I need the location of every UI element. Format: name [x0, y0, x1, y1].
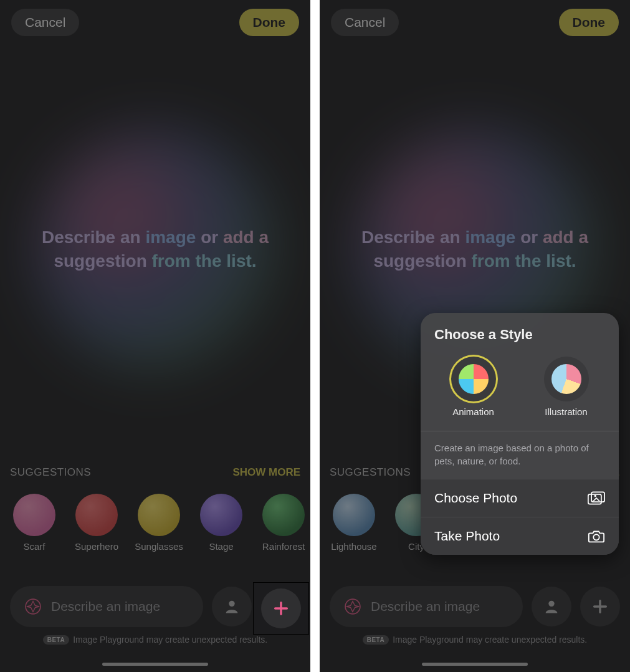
suggestion-chip[interactable]: Scarf	[10, 494, 59, 552]
style-options: Animation Illustration	[421, 352, 619, 428]
suggestion-chip[interactable]: Superhero	[72, 494, 121, 552]
suggestions-row[interactable]: Scarf Superhero Sunglasses Stage Rainfor…	[10, 494, 310, 552]
suggestion-chip[interactable]: Rainforest	[259, 494, 308, 552]
canvas-hint: Describe an image or add a suggestion fr…	[42, 226, 269, 273]
prompt-placeholder: Describe an image	[371, 599, 480, 614]
popover-actions: Choose Photo Take Photo	[421, 479, 619, 555]
screenshot-left: Cancel Done Describe an image or add a s…	[0, 0, 310, 672]
home-indicator[interactable]	[422, 663, 528, 666]
sparkle-icon	[342, 596, 363, 617]
person-button[interactable]	[212, 587, 252, 626]
style-popover: Choose a Style Animation Illustration Cr…	[421, 313, 619, 555]
chip-thumb	[75, 494, 118, 536]
style-thumb	[451, 357, 496, 401]
beta-badge: BETA	[43, 635, 69, 645]
footer-note: BETA Image Playground may create unexpec…	[320, 635, 630, 645]
chip-thumb	[13, 494, 55, 536]
footer-note: BETA Image Playground may create unexpec…	[0, 635, 310, 645]
popover-description: Create an image based on a photo of pets…	[421, 431, 619, 479]
beta-badge: BETA	[363, 635, 389, 645]
suggestion-chip[interactable]: Sunglasses	[135, 494, 183, 552]
add-button-highlighted[interactable]	[261, 588, 301, 628]
chip-thumb	[200, 494, 242, 536]
style-option-illustration[interactable]: Illustration	[544, 357, 589, 417]
prompt-input[interactable]: Describe an image	[10, 586, 203, 627]
canvas-hint: Describe an image or add a suggestion fr…	[361, 226, 588, 273]
prompt-input[interactable]: Describe an image	[330, 586, 523, 627]
svg-point-6	[594, 495, 597, 497]
top-bar: Cancel Done	[0, 9, 310, 36]
photos-icon	[588, 491, 605, 506]
screenshot-divider	[310, 0, 320, 672]
plus-icon	[591, 598, 609, 615]
top-bar: Cancel Done	[320, 9, 630, 36]
prompt-placeholder: Describe an image	[51, 599, 160, 614]
suggestion-chip[interactable]: Stage	[197, 494, 246, 552]
highlight-add-button	[253, 582, 309, 635]
suggestions-label: SUGGESTIONS	[330, 466, 411, 479]
input-row: Describe an image	[330, 586, 620, 627]
done-button[interactable]: Done	[559, 9, 619, 36]
svg-point-7	[593, 534, 599, 540]
person-icon	[223, 598, 241, 615]
suggestion-chip[interactable]: Lighthouse	[330, 494, 378, 552]
show-more-button[interactable]: SHOW MORE	[232, 466, 300, 479]
person-button[interactable]	[532, 587, 571, 626]
style-option-animation[interactable]: Animation	[451, 357, 496, 417]
screenshot-right: Cancel Done Describe an image or add a s…	[320, 0, 630, 672]
done-button[interactable]: Done	[239, 9, 300, 36]
chip-thumb	[138, 494, 180, 536]
person-icon	[543, 598, 560, 615]
add-button[interactable]	[580, 587, 620, 626]
take-photo-button[interactable]: Take Photo	[421, 517, 619, 555]
suggestions-label: SUGGESTIONS	[10, 466, 91, 479]
plus-icon	[272, 600, 290, 617]
svg-point-1	[229, 601, 234, 607]
cancel-button[interactable]: Cancel	[11, 9, 79, 36]
suggestions-header: SUGGESTIONS SHOW MORE	[10, 466, 300, 479]
choose-photo-button[interactable]: Choose Photo	[421, 479, 619, 517]
home-indicator[interactable]	[102, 663, 208, 666]
chip-thumb	[262, 494, 305, 536]
image-canvas: Describe an image or add a suggestion fr…	[25, 75, 285, 424]
sparkle-icon	[22, 596, 44, 617]
cancel-button[interactable]: Cancel	[331, 9, 399, 36]
popover-title: Choose a Style	[421, 313, 619, 352]
style-thumb	[544, 357, 589, 401]
chip-thumb	[333, 494, 375, 536]
camera-icon	[588, 529, 605, 544]
svg-point-3	[548, 601, 554, 607]
